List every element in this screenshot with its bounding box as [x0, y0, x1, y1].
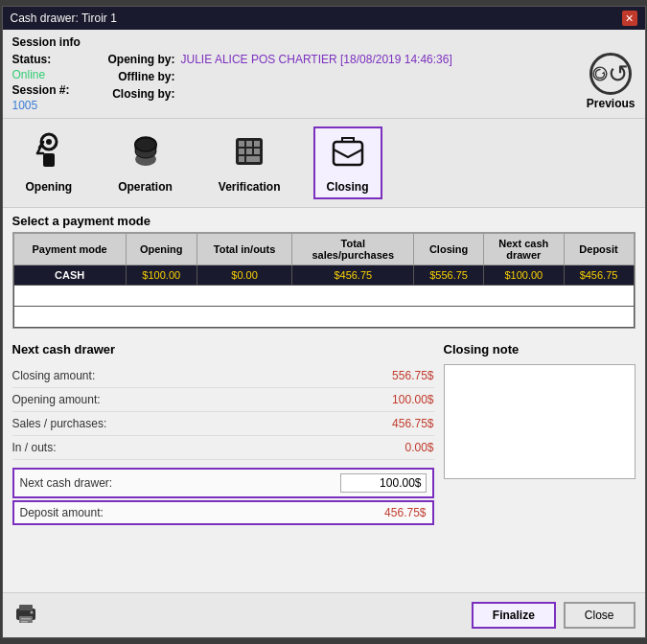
next-cash-input[interactable] [340, 473, 427, 493]
col-total-sales: Totalsales/purchases [292, 234, 414, 265]
finalize-button[interactable]: Finalize [472, 602, 556, 629]
opening-amount-row: Opening amount: 100.00$ [12, 388, 434, 412]
navigation-bar: Opening Operation [3, 119, 645, 208]
opening-by-value: JULIE ALICE POS CHARTIER [18/08/2019 14:… [181, 53, 452, 66]
inouts-label: In / outs: [12, 441, 57, 454]
session-info-title: Session info [12, 35, 635, 49]
titlebar: Cash drawer: Tiroir 1 ✕ [3, 7, 645, 30]
status-value: Online [12, 68, 70, 81]
svg-point-28 [30, 611, 33, 614]
session-info-panel: Session info Status: Online Session #: 1… [3, 30, 645, 119]
opening-amount-label: Opening amount: [12, 393, 101, 406]
svg-rect-20 [239, 156, 244, 162]
nav-opening-label: Opening [26, 180, 73, 194]
main-content: Session info Status: Online Session #: 1… [3, 30, 645, 637]
nav-verification[interactable]: Verification [205, 126, 294, 199]
footer-left [12, 599, 464, 632]
offline-by-row: Offline by: [89, 70, 577, 83]
payment-section-title: Select a payment mode [12, 214, 635, 228]
next-cash-drawer-panel: Next cash drawer Closing amount: 556.75$… [12, 342, 434, 583]
closing-note-textarea[interactable] [444, 364, 635, 479]
svg-rect-26 [21, 618, 31, 620]
main-window: Cash drawer: Tiroir 1 ✕ Session info Sta… [2, 6, 646, 638]
svg-rect-14 [239, 141, 244, 147]
cell-total-sales: $456.75 [292, 265, 414, 286]
bottom-panels: Next cash drawer Closing amount: 556.75$… [3, 333, 645, 592]
table-row[interactable]: CASH $100.00 $0.00 $456.75 $556.75 $100.… [13, 265, 634, 286]
sales-purchases-val: 456.75$ [392, 417, 433, 430]
sales-purchases-label: Sales / purchases: [12, 417, 107, 430]
operation-icon [127, 132, 165, 176]
deposit-row: Deposit amount: 456.75$ [12, 500, 434, 525]
svg-marker-1 [602, 71, 605, 74]
next-drawer-title: Next cash drawer [12, 342, 434, 356]
col-closing: Closing [414, 234, 484, 265]
offline-by-label: Offline by: [89, 70, 175, 83]
col-opening: Opening [126, 234, 196, 265]
nav-operation-label: Operation [118, 180, 173, 194]
closing-icon [329, 132, 367, 176]
svg-rect-27 [21, 621, 28, 623]
previous-label[interactable]: Previous [587, 97, 635, 110]
opening-icon [30, 132, 68, 176]
printer-icon [12, 599, 39, 632]
closing-amount-label: Closing amount: [12, 369, 96, 382]
empty-row-2 [13, 307, 634, 328]
next-cash-highlight-row: Next cash drawer: [12, 468, 434, 498]
col-total-inouts: Total in/outs [196, 234, 292, 265]
table-header-row: Payment mode Opening Total in/outs Total… [13, 234, 634, 265]
payment-table-wrapper: Payment mode Opening Total in/outs Total… [12, 232, 635, 329]
nav-closing-label: Closing [327, 180, 369, 194]
cell-payment-mode: CASH [13, 265, 126, 286]
svg-rect-22 [334, 142, 362, 165]
col-payment-mode: Payment mode [13, 234, 126, 265]
svg-point-7 [46, 139, 52, 145]
previous-icon[interactable] [589, 53, 632, 95]
opening-amount-val: 100.00$ [392, 393, 433, 406]
cell-closing: $556.75 [414, 265, 484, 286]
session-num-label: Session #: [12, 83, 70, 97]
drawer-rows: Closing amount: 556.75$ Opening amount: … [12, 364, 434, 460]
empty-row-1 [13, 286, 634, 307]
cell-next-cash: $100.00 [484, 265, 564, 286]
previous-svg-icon [592, 60, 608, 87]
svg-rect-16 [254, 141, 260, 147]
cell-deposit: $456.75 [564, 265, 634, 286]
cell-opening: $100.00 [126, 265, 196, 286]
footer: Finalize Close [3, 592, 645, 637]
svg-rect-24 [19, 605, 33, 610]
payment-section: Select a payment mode Payment mode Openi… [3, 208, 645, 333]
opening-by-row: Opening by: JULIE ALICE POS CHARTIER [18… [89, 53, 577, 66]
cell-total-inouts: $0.00 [196, 265, 292, 286]
nav-verification-label: Verification [219, 180, 281, 194]
closing-by-row: Closing by: [89, 87, 577, 101]
session-num-value: 1005 [12, 99, 70, 112]
window-close-button[interactable]: ✕ [622, 11, 637, 26]
inouts-row: In / outs: 0.00$ [12, 436, 434, 460]
payment-table: Payment mode Opening Total in/outs Total… [13, 233, 635, 328]
next-cash-drawer-label: Next cash drawer: [20, 476, 113, 490]
svg-rect-15 [246, 141, 252, 147]
nav-closing[interactable]: Closing [313, 126, 382, 199]
session-left: Status: Online Session #: 1005 [12, 53, 70, 112]
nav-operation[interactable]: Operation [104, 126, 186, 199]
status-label: Status: [12, 53, 70, 66]
deposit-amount-label: Deposit amount: [20, 506, 104, 519]
closing-by-label: Closing by: [89, 87, 175, 101]
svg-rect-17 [239, 149, 244, 154]
session-middle: Opening by: JULIE ALICE POS CHARTIER [18… [89, 53, 577, 101]
col-next-cash: Next cashdrawer [484, 234, 564, 265]
nav-opening[interactable]: Opening [12, 126, 86, 199]
verification-icon [230, 132, 268, 176]
inouts-val: 0.00$ [404, 441, 433, 454]
svg-rect-19 [254, 149, 260, 154]
svg-rect-18 [246, 149, 252, 154]
session-info-grid: Status: Online Session #: 1005 Opening b… [12, 53, 635, 112]
window-title: Cash drawer: Tiroir 1 [11, 12, 117, 25]
session-right: Previous [587, 53, 635, 110]
svg-rect-2 [43, 153, 55, 167]
col-deposit: Deposit [564, 234, 634, 265]
closing-amount-row: Closing amount: 556.75$ [12, 364, 434, 388]
close-button[interactable]: Close [564, 602, 635, 629]
deposit-amount-val: 456.75$ [384, 506, 426, 519]
